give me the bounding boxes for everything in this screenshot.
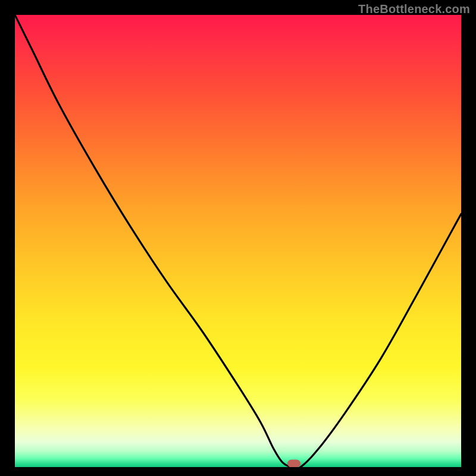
chart-frame: TheBottleneck.com <box>0 0 476 476</box>
optimal-point-marker <box>287 459 300 467</box>
watermark-text: TheBottleneck.com <box>358 2 470 16</box>
bottleneck-curve <box>15 15 461 467</box>
plot-area <box>15 15 461 467</box>
